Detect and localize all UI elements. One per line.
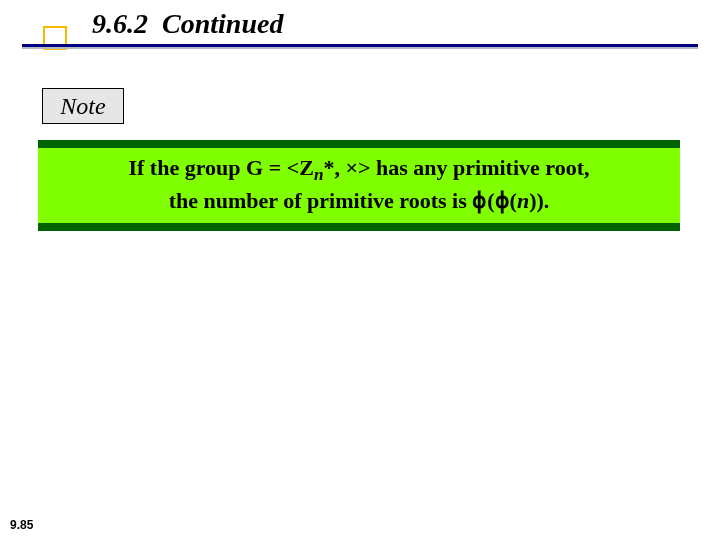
callout-phi1: ϕ (472, 188, 487, 213)
section-title: 9.6.2 Continued (92, 8, 283, 40)
header-rule-light (22, 47, 698, 49)
callout-block: If the group G = <Zn*, ×> has any primit… (38, 140, 680, 231)
callout-bar-bottom (38, 223, 680, 231)
page-number: 9.85 (10, 518, 33, 532)
callout-phi2: ϕ (495, 188, 510, 213)
callout-n: n (517, 188, 529, 213)
section-number-text: 9.6.2 (92, 8, 148, 39)
callout-line1-pre: If the group G = <Z (128, 155, 313, 180)
note-label: Note (60, 93, 105, 120)
note-box: Note (42, 88, 124, 124)
section-title-text: Continued (162, 8, 283, 39)
callout-bar-top (38, 140, 680, 148)
callout-body: If the group G = <Zn*, ×> has any primit… (38, 148, 680, 223)
callout-paren1: ( (487, 188, 494, 213)
callout-line2-pre: the number of primitive roots is (169, 188, 473, 213)
page-number-text: 9.85 (10, 518, 33, 532)
callout-close: )). (529, 188, 549, 213)
callout-line1-post: *, ×> has any primitive root, (323, 155, 589, 180)
callout-paren2: ( (510, 188, 517, 213)
